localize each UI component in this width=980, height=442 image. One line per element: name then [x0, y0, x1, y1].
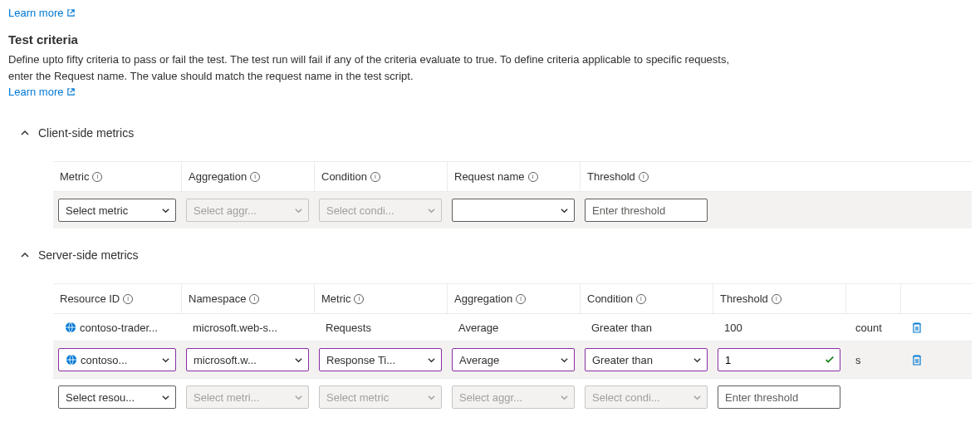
chevron-down-icon	[294, 393, 303, 402]
chevron-down-icon	[427, 206, 436, 215]
server-new-row: Select resou... Select metri... Select m…	[53, 378, 972, 415]
test-criteria-heading: Test criteria	[8, 32, 972, 47]
aggregation-dropdown: Select aggr...	[186, 199, 309, 222]
request-name-dropdown[interactable]	[452, 199, 575, 222]
unit-cell: count	[855, 322, 882, 334]
header-condition: Conditioni	[580, 284, 713, 313]
test-criteria-description: Define upto fifty criteria to pass or fa…	[8, 52, 739, 84]
header-threshold: Thresholdi	[713, 284, 845, 313]
resource-id-dropdown[interactable]: Select resou...	[58, 386, 176, 409]
header-request-name: Request namei	[447, 162, 580, 191]
link-label: Learn more	[8, 7, 63, 19]
chevron-down-icon	[693, 393, 702, 402]
chevron-down-icon	[427, 356, 436, 365]
chevron-down-icon	[161, 356, 170, 365]
resource-id-cell: contoso-trader...	[58, 322, 176, 334]
metric-cell: Requests	[319, 322, 442, 334]
client-new-row: Select metric Select aggr... Select cond…	[53, 191, 972, 228]
chevron-down-icon	[294, 356, 303, 365]
info-icon[interactable]: i	[250, 172, 260, 182]
chevron-down-icon	[427, 393, 436, 402]
check-icon	[824, 354, 835, 366]
metric-dropdown: Select metric	[319, 386, 442, 409]
threshold-input[interactable]	[718, 348, 840, 371]
aggregation-dropdown[interactable]: Average	[452, 348, 575, 371]
condition-cell: Greater than	[585, 322, 708, 334]
namespace-dropdown[interactable]: microsoft.w...	[186, 348, 309, 371]
info-icon[interactable]: i	[528, 172, 538, 182]
chevron-down-icon	[560, 206, 569, 215]
threshold-input[interactable]	[585, 199, 708, 222]
client-side-metrics-toggle[interactable]: Client-side metrics	[20, 123, 972, 143]
condition-dropdown: Select condi...	[585, 386, 708, 409]
chevron-down-icon	[560, 393, 569, 402]
info-icon[interactable]: i	[354, 294, 364, 304]
chevron-up-icon	[20, 128, 30, 138]
header-aggregation: Aggregationi	[447, 284, 580, 313]
client-header-row: Metrici Aggregationi Conditioni Request …	[53, 161, 972, 191]
server-row-active: contoso... microsoft.w... Response Ti...	[53, 341, 972, 378]
aggregation-cell: Average	[452, 322, 575, 334]
condition-dropdown: Select condi...	[319, 199, 442, 222]
header-threshold: Thresholdi	[580, 162, 713, 191]
info-icon[interactable]: i	[772, 294, 782, 304]
chevron-down-icon	[560, 356, 569, 365]
namespace-cell: microsoft.web-s...	[186, 322, 309, 334]
threshold-input[interactable]	[718, 386, 840, 409]
header-condition: Conditioni	[314, 162, 447, 191]
chevron-up-icon	[20, 250, 30, 260]
header-metric: Metrici	[53, 162, 181, 191]
header-metric: Metrici	[314, 284, 447, 313]
header-unit	[845, 284, 900, 313]
link-label: Learn more	[8, 86, 63, 98]
header-actions	[900, 284, 933, 313]
info-icon[interactable]: i	[123, 294, 133, 304]
learn-more-link-top[interactable]: Learn more	[8, 7, 76, 19]
accordion-title: Client-side metrics	[38, 126, 134, 140]
external-link-icon	[66, 8, 76, 17]
unit-cell: s	[855, 354, 861, 366]
server-header-row: Resource IDi Namespacei Metrici Aggregat…	[53, 283, 972, 313]
info-icon[interactable]: i	[92, 172, 102, 182]
resource-id-dropdown[interactable]: contoso...	[58, 348, 176, 371]
namespace-dropdown: Select metri...	[186, 386, 309, 409]
globe-icon	[66, 354, 77, 366]
chevron-down-icon	[161, 206, 170, 215]
header-resource-id: Resource IDi	[53, 284, 181, 313]
chevron-down-icon	[294, 206, 303, 215]
threshold-cell: 100	[718, 322, 840, 334]
info-icon[interactable]: i	[370, 172, 380, 182]
header-aggregation: Aggregationi	[181, 162, 314, 191]
server-row: contoso-trader... microsoft.web-s... Req…	[53, 313, 972, 341]
aggregation-dropdown: Select aggr...	[452, 386, 575, 409]
info-icon[interactable]: i	[636, 294, 646, 304]
info-icon[interactable]: i	[249, 294, 259, 304]
external-link-icon	[66, 87, 76, 96]
condition-dropdown[interactable]: Greater than	[585, 348, 708, 371]
accordion-title: Server-side metrics	[38, 248, 139, 262]
chevron-down-icon	[693, 356, 702, 365]
learn-more-link-criteria[interactable]: Learn more	[8, 86, 76, 98]
info-icon[interactable]: i	[516, 294, 526, 304]
delete-icon[interactable]	[910, 353, 924, 366]
metric-dropdown[interactable]: Select metric	[58, 199, 176, 222]
server-side-metrics-toggle[interactable]: Server-side metrics	[20, 245, 972, 265]
delete-icon[interactable]	[910, 321, 924, 334]
metric-dropdown[interactable]: Response Ti...	[319, 348, 442, 371]
chevron-down-icon	[161, 393, 170, 402]
info-icon[interactable]: i	[639, 172, 649, 182]
header-namespace: Namespacei	[181, 284, 314, 313]
globe-icon	[65, 322, 76, 333]
